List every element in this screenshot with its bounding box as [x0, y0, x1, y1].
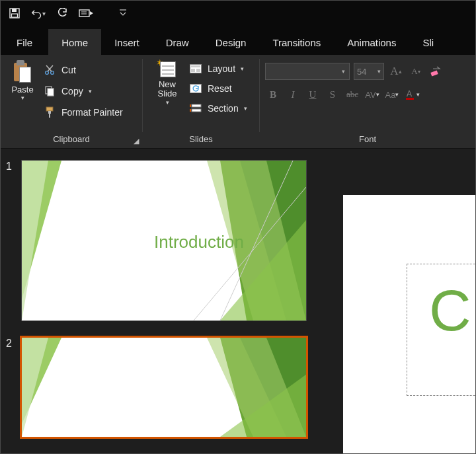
- clipboard-dialog-launcher-icon[interactable]: ◢: [132, 136, 141, 145]
- tab-transitions[interactable]: Transitions: [259, 29, 334, 55]
- new-slide-dropdown-icon[interactable]: ▾: [166, 99, 169, 106]
- copy-icon: [43, 85, 56, 97]
- svg-rect-27: [406, 98, 414, 100]
- start-from-beginning-icon[interactable]: [79, 6, 93, 20]
- svg-point-7: [46, 71, 49, 75]
- redo-icon[interactable]: [55, 6, 69, 20]
- section-dropdown-icon[interactable]: ▾: [244, 105, 247, 112]
- italic-button[interactable]: I: [285, 87, 301, 102]
- layout-label: Layout: [208, 63, 235, 74]
- ribbon: Paste ▾ Cut Copy ▾: [1, 55, 475, 149]
- svg-rect-24: [190, 109, 191, 112]
- reset-icon: [189, 83, 202, 94]
- svg-rect-19: [196, 69, 200, 72]
- reset-label: Reset: [208, 83, 232, 94]
- undo-dropdown-icon[interactable]: ▾: [42, 10, 46, 17]
- underline-button[interactable]: U: [305, 87, 321, 102]
- svg-text:A: A: [407, 89, 412, 98]
- strikethrough-button[interactable]: abc: [344, 87, 360, 102]
- slide-canvas-pane[interactable]: Cl: [330, 149, 475, 453]
- cut-label: Cut: [61, 65, 76, 75]
- reset-button[interactable]: Reset: [189, 80, 247, 97]
- save-icon[interactable]: [7, 6, 22, 20]
- clear-formatting-icon[interactable]: [428, 64, 442, 79]
- change-case-button[interactable]: Aa▾: [384, 87, 400, 102]
- copy-dropdown-icon[interactable]: ▾: [89, 88, 92, 95]
- svg-rect-18: [191, 69, 195, 72]
- tab-animations[interactable]: Animations: [334, 29, 409, 55]
- format-painter-label: Format Painter: [61, 107, 123, 118]
- slide-thumbnail-1[interactable]: Introduction: [22, 161, 306, 321]
- svg-marker-37: [22, 338, 48, 437]
- format-painter-icon: [43, 106, 56, 118]
- paste-icon: [13, 60, 32, 83]
- group-clipboard-label: Clipboard: [6, 133, 137, 147]
- svg-rect-17: [191, 65, 200, 67]
- chevron-down-icon: ▾: [342, 68, 345, 75]
- paste-button[interactable]: Paste ▾: [6, 57, 39, 101]
- bold-button[interactable]: B: [265, 87, 281, 102]
- svg-rect-3: [79, 10, 89, 17]
- section-label: Section: [208, 103, 239, 114]
- thumbnail-number: 2: [6, 338, 22, 437]
- undo-icon[interactable]: ▾: [31, 6, 46, 20]
- font-size-combo[interactable]: 54 ▾: [354, 63, 384, 80]
- font-family-combo[interactable]: ▾: [265, 63, 350, 80]
- new-slide-button[interactable]: ✶ New Slide ▾: [148, 57, 186, 106]
- title-placeholder-text: Cl: [429, 277, 475, 344]
- layout-dropdown-icon[interactable]: ▾: [241, 65, 244, 72]
- slide-thumbnail-2[interactable]: [22, 338, 306, 437]
- editor-area: 1 Introductio: [1, 149, 475, 453]
- tab-file[interactable]: File: [1, 29, 48, 55]
- format-painter-button[interactable]: Format Painter: [43, 104, 123, 121]
- tab-slideshow-truncated[interactable]: Sli: [409, 29, 447, 55]
- chevron-down-icon: ▾: [377, 68, 381, 75]
- svg-rect-21: [192, 104, 201, 107]
- cut-button[interactable]: Cut: [43, 61, 123, 79]
- new-slide-icon: ✶: [157, 59, 177, 79]
- ribbon-tabs: File Home Insert Draw Design Transitions…: [1, 26, 475, 55]
- group-slides: ✶ New Slide ▾ Layout ▾: [143, 55, 259, 148]
- new-slide-label: New Slide: [158, 80, 177, 99]
- text-shadow-button[interactable]: S: [325, 87, 340, 102]
- svg-rect-25: [430, 70, 438, 76]
- copy-label: Copy: [61, 86, 83, 96]
- svg-rect-23: [190, 104, 191, 107]
- tab-design[interactable]: Design: [202, 29, 260, 55]
- font-color-button[interactable]: A ▾: [404, 87, 420, 102]
- tab-insert[interactable]: Insert: [101, 29, 153, 55]
- group-font: ▾ 54 ▾ A▴ A▾ B I U S abc: [260, 55, 475, 148]
- svg-rect-2: [12, 14, 18, 17]
- app-window: ▾ File Home Insert Draw Design Transitio…: [0, 0, 476, 454]
- paste-label: Paste: [11, 85, 33, 95]
- svg-marker-29: [22, 161, 48, 321]
- section-icon: [189, 103, 202, 114]
- tab-draw[interactable]: Draw: [153, 29, 202, 55]
- group-slides-label: Slides: [148, 133, 254, 147]
- svg-rect-13: [46, 107, 53, 111]
- slide-canvas[interactable]: Cl: [343, 195, 475, 453]
- layout-button[interactable]: Layout ▾: [189, 60, 247, 77]
- group-font-label: Font: [265, 133, 470, 147]
- thumbnail-row: 1 Introductio: [6, 161, 317, 321]
- tab-home[interactable]: Home: [48, 29, 101, 55]
- section-button[interactable]: Section ▾: [189, 100, 247, 117]
- paste-dropdown-icon[interactable]: ▾: [21, 95, 24, 101]
- svg-rect-1: [12, 9, 17, 12]
- quick-access-toolbar: ▾: [1, 1, 475, 26]
- font-size-value: 54: [357, 67, 366, 77]
- character-spacing-button[interactable]: AV▾: [364, 87, 380, 102]
- group-clipboard: Paste ▾ Cut Copy ▾: [1, 55, 142, 148]
- thumbnail-row: 2: [6, 338, 317, 437]
- svg-point-8: [51, 71, 54, 75]
- svg-rect-14: [48, 111, 51, 114]
- copy-button[interactable]: Copy ▾: [43, 83, 123, 100]
- cut-icon: [43, 64, 56, 76]
- svg-rect-22: [192, 109, 201, 112]
- decrease-font-icon[interactable]: A▾: [408, 63, 424, 79]
- thumbnail-number: 1: [6, 161, 22, 321]
- slide-thumbnails-pane[interactable]: 1 Introductio: [1, 149, 330, 453]
- increase-font-icon[interactable]: A▴: [388, 63, 404, 79]
- layout-icon: [189, 63, 202, 74]
- customize-qat-icon[interactable]: [116, 6, 130, 20]
